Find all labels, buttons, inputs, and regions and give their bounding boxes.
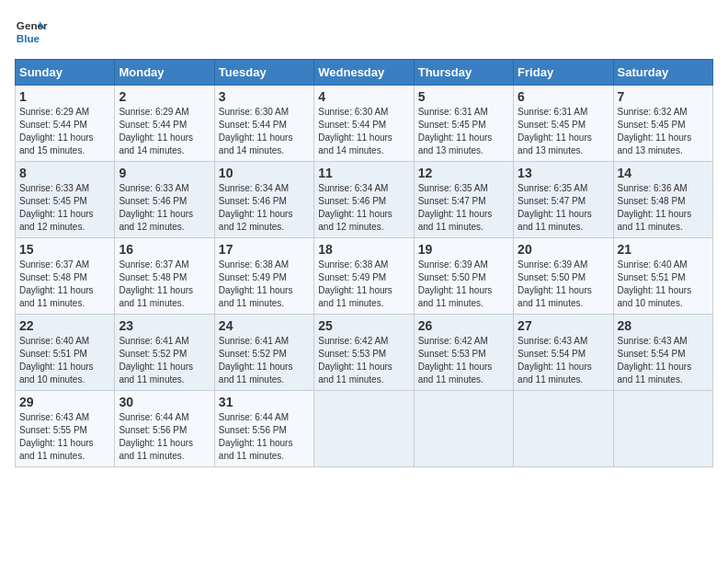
day-number: 28: [618, 318, 709, 333]
calendar-cell: 7Sunrise: 6:32 AMSunset: 5:45 PMDaylight…: [613, 86, 712, 162]
day-info: Sunrise: 6:43 AMSunset: 5:54 PMDaylight:…: [618, 335, 709, 386]
calendar-cell: 3Sunrise: 6:30 AMSunset: 5:44 PMDaylight…: [214, 86, 313, 162]
column-header-monday: Monday: [115, 60, 214, 86]
day-number: 26: [418, 318, 509, 333]
day-info: Sunrise: 6:42 AMSunset: 5:53 PMDaylight:…: [418, 335, 509, 386]
column-header-tuesday: Tuesday: [214, 60, 313, 86]
calendar-cell: 29Sunrise: 6:43 AMSunset: 5:55 PMDayligh…: [16, 391, 115, 467]
day-number: 31: [219, 395, 310, 409]
day-number: 20: [518, 242, 609, 257]
day-number: 8: [19, 166, 110, 180]
day-info: Sunrise: 6:40 AMSunset: 5:51 PMDaylight:…: [19, 335, 110, 386]
day-number: 7: [618, 89, 709, 104]
calendar-cell: [314, 391, 414, 467]
calendar-cell: 25Sunrise: 6:42 AMSunset: 5:53 PMDayligh…: [314, 315, 414, 391]
day-number: 30: [119, 395, 210, 409]
column-header-friday: Friday: [514, 60, 613, 86]
day-info: Sunrise: 6:29 AMSunset: 5:44 PMDaylight:…: [19, 106, 110, 157]
calendar-cell: 12Sunrise: 6:35 AMSunset: 5:47 PMDayligh…: [414, 162, 513, 238]
day-info: Sunrise: 6:43 AMSunset: 5:55 PMDaylight:…: [19, 411, 110, 463]
calendar-cell: 2Sunrise: 6:29 AMSunset: 5:44 PMDaylight…: [115, 86, 214, 162]
calendar-cell: [613, 391, 712, 467]
logo-icon: General Blue: [15, 15, 48, 48]
day-info: Sunrise: 6:41 AMSunset: 5:52 PMDaylight:…: [119, 335, 210, 386]
calendar-cell: 14Sunrise: 6:36 AMSunset: 5:48 PMDayligh…: [613, 162, 712, 238]
day-number: 24: [219, 318, 310, 333]
calendar-cell: 4Sunrise: 6:30 AMSunset: 5:44 PMDaylight…: [314, 86, 414, 162]
day-info: Sunrise: 6:37 AMSunset: 5:48 PMDaylight:…: [119, 259, 210, 310]
day-info: Sunrise: 6:33 AMSunset: 5:45 PMDaylight:…: [19, 182, 110, 234]
day-number: 1: [19, 89, 110, 104]
day-info: Sunrise: 6:31 AMSunset: 5:45 PMDaylight:…: [418, 106, 509, 157]
day-number: 11: [318, 166, 409, 180]
calendar-cell: 9Sunrise: 6:33 AMSunset: 5:46 PMDaylight…: [115, 162, 214, 238]
column-header-saturday: Saturday: [613, 60, 712, 86]
calendar-week-row: 15Sunrise: 6:37 AMSunset: 5:48 PMDayligh…: [16, 238, 713, 315]
calendar-cell: 18Sunrise: 6:38 AMSunset: 5:49 PMDayligh…: [314, 238, 414, 315]
calendar-header-row: SundayMondayTuesdayWednesdayThursdayFrid…: [16, 60, 713, 86]
day-info: Sunrise: 6:33 AMSunset: 5:46 PMDaylight:…: [119, 182, 210, 234]
day-info: Sunrise: 6:41 AMSunset: 5:52 PMDaylight:…: [219, 335, 310, 386]
day-info: Sunrise: 6:34 AMSunset: 5:46 PMDaylight:…: [219, 182, 310, 234]
day-info: Sunrise: 6:32 AMSunset: 5:45 PMDaylight:…: [618, 106, 709, 157]
day-info: Sunrise: 6:38 AMSunset: 5:49 PMDaylight:…: [318, 259, 409, 310]
day-info: Sunrise: 6:44 AMSunset: 5:56 PMDaylight:…: [219, 411, 310, 463]
day-info: Sunrise: 6:44 AMSunset: 5:56 PMDaylight:…: [119, 411, 210, 463]
day-info: Sunrise: 6:35 AMSunset: 5:47 PMDaylight:…: [418, 182, 509, 234]
calendar-cell: 26Sunrise: 6:42 AMSunset: 5:53 PMDayligh…: [414, 315, 513, 391]
day-info: Sunrise: 6:42 AMSunset: 5:53 PMDaylight:…: [318, 335, 409, 386]
svg-text:Blue: Blue: [17, 32, 40, 44]
day-info: Sunrise: 6:40 AMSunset: 5:51 PMDaylight:…: [618, 259, 709, 310]
day-number: 13: [518, 166, 609, 180]
calendar-week-row: 1Sunrise: 6:29 AMSunset: 5:44 PMDaylight…: [16, 86, 713, 162]
day-number: 29: [19, 395, 110, 409]
day-number: 22: [19, 318, 110, 333]
calendar-cell: 17Sunrise: 6:38 AMSunset: 5:49 PMDayligh…: [214, 238, 313, 315]
day-info: Sunrise: 6:43 AMSunset: 5:54 PMDaylight:…: [518, 335, 609, 386]
day-number: 4: [318, 89, 409, 104]
column-header-wednesday: Wednesday: [314, 60, 414, 86]
day-info: Sunrise: 6:39 AMSunset: 5:50 PMDaylight:…: [518, 259, 609, 310]
day-info: Sunrise: 6:30 AMSunset: 5:44 PMDaylight:…: [219, 106, 310, 157]
calendar-cell: 22Sunrise: 6:40 AMSunset: 5:51 PMDayligh…: [16, 315, 115, 391]
svg-text:General: General: [17, 19, 48, 31]
day-number: 10: [219, 166, 310, 180]
day-number: 2: [119, 89, 210, 104]
calendar-cell: 28Sunrise: 6:43 AMSunset: 5:54 PMDayligh…: [613, 315, 712, 391]
day-info: Sunrise: 6:29 AMSunset: 5:44 PMDaylight:…: [119, 106, 210, 157]
calendar-cell: 8Sunrise: 6:33 AMSunset: 5:45 PMDaylight…: [16, 162, 115, 238]
calendar-cell: 6Sunrise: 6:31 AMSunset: 5:45 PMDaylight…: [514, 86, 613, 162]
day-number: 19: [418, 242, 509, 257]
day-number: 12: [418, 166, 509, 180]
logo: General Blue: [15, 15, 48, 48]
calendar-week-row: 8Sunrise: 6:33 AMSunset: 5:45 PMDaylight…: [16, 162, 713, 238]
calendar-table: SundayMondayTuesdayWednesdayThursdayFrid…: [15, 59, 713, 467]
calendar-cell: 31Sunrise: 6:44 AMSunset: 5:56 PMDayligh…: [214, 391, 313, 467]
calendar-cell: 13Sunrise: 6:35 AMSunset: 5:47 PMDayligh…: [514, 162, 613, 238]
day-number: 3: [219, 89, 310, 104]
day-info: Sunrise: 6:30 AMSunset: 5:44 PMDaylight:…: [318, 106, 409, 157]
calendar-cell: 24Sunrise: 6:41 AMSunset: 5:52 PMDayligh…: [214, 315, 313, 391]
column-header-thursday: Thursday: [414, 60, 513, 86]
day-number: 15: [19, 242, 110, 257]
day-number: 27: [518, 318, 609, 333]
day-number: 5: [418, 89, 509, 104]
calendar-cell: 10Sunrise: 6:34 AMSunset: 5:46 PMDayligh…: [214, 162, 313, 238]
calendar-cell: 1Sunrise: 6:29 AMSunset: 5:44 PMDaylight…: [16, 86, 115, 162]
calendar-cell: 5Sunrise: 6:31 AMSunset: 5:45 PMDaylight…: [414, 86, 513, 162]
calendar-cell: [414, 391, 513, 467]
day-info: Sunrise: 6:34 AMSunset: 5:46 PMDaylight:…: [318, 182, 409, 234]
day-number: 9: [119, 166, 210, 180]
calendar-cell: [514, 391, 613, 467]
calendar-cell: 23Sunrise: 6:41 AMSunset: 5:52 PMDayligh…: [115, 315, 214, 391]
day-number: 23: [119, 318, 210, 333]
day-number: 25: [318, 318, 409, 333]
day-number: 17: [219, 242, 310, 257]
day-info: Sunrise: 6:37 AMSunset: 5:48 PMDaylight:…: [19, 259, 110, 310]
calendar-cell: 20Sunrise: 6:39 AMSunset: 5:50 PMDayligh…: [514, 238, 613, 315]
calendar-cell: 19Sunrise: 6:39 AMSunset: 5:50 PMDayligh…: [414, 238, 513, 315]
column-header-sunday: Sunday: [16, 60, 115, 86]
day-number: 16: [119, 242, 210, 257]
day-number: 14: [618, 166, 709, 180]
day-info: Sunrise: 6:38 AMSunset: 5:49 PMDaylight:…: [219, 259, 310, 310]
